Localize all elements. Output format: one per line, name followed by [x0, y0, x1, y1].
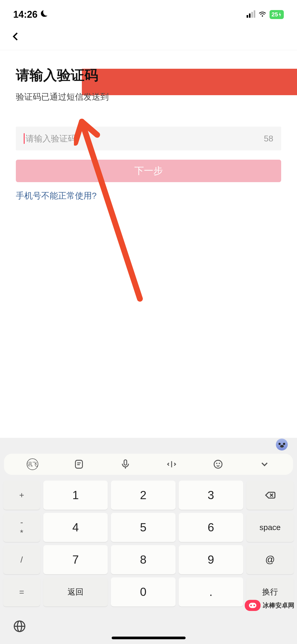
ime-switcher[interactable]: 讯飞 [26, 458, 39, 471]
key-4[interactable]: 4 [43, 513, 108, 542]
keyboard-toolbar: 讯飞 [4, 454, 293, 475]
ime-label: 讯飞 [27, 458, 38, 470]
watermark-badge-icon [245, 600, 261, 611]
key-symbol-slash[interactable]: / [3, 545, 40, 574]
sym: = [19, 587, 24, 597]
key-3[interactable]: 3 [179, 481, 243, 510]
svg-point-7 [216, 463, 217, 464]
sym: - [20, 517, 23, 527]
clipboard-icon[interactable] [73, 458, 85, 471]
key-9[interactable]: 9 [179, 545, 243, 574]
battery-indicator: 25 [270, 10, 284, 19]
next-button[interactable]: 下一步 [16, 160, 281, 182]
cursor-move-icon[interactable] [165, 458, 178, 471]
key-2[interactable]: 2 [111, 481, 175, 510]
verification-code-input[interactable] [26, 134, 264, 144]
wifi-icon [258, 10, 266, 19]
back-button[interactable] [11, 30, 21, 44]
battery-percent: 25 [272, 11, 278, 18]
key-0[interactable]: 0 [111, 577, 175, 606]
key-5[interactable]: 5 [111, 513, 175, 542]
svg-rect-3 [124, 460, 127, 465]
key-symbol-equals[interactable]: = [3, 577, 40, 606]
status-left: 14:26 [13, 9, 48, 20]
emoji-icon[interactable] [212, 458, 224, 471]
page-title: 请输入验证码 [16, 66, 281, 85]
input-cursor [24, 133, 25, 144]
globe-icon[interactable] [13, 620, 26, 634]
nav-bar [0, 24, 297, 50]
page-subtitle: 验证码已通过短信发送到 [16, 91, 281, 103]
key-dot[interactable]: . [179, 577, 243, 606]
key-7[interactable]: 7 [43, 545, 108, 574]
sym: / [21, 555, 23, 565]
key-return[interactable]: 返回 [43, 577, 108, 606]
status-time: 14:26 [13, 9, 37, 20]
svg-point-8 [219, 463, 220, 464]
key-8[interactable]: 8 [111, 545, 175, 574]
collapse-keyboard-icon[interactable] [258, 458, 271, 471]
keyboard: 讯飞 + 1 2 3 - * 4 5 [0, 438, 297, 644]
keypad: + 1 2 3 - * 4 5 6 space / 7 8 9 @ = 返回 0… [0, 477, 297, 610]
watermark-text: 冰棒安卓网 [263, 601, 294, 610]
verification-code-input-box[interactable]: 58 [16, 127, 281, 150]
key-symbol-plus[interactable]: + [3, 481, 40, 510]
cellular-signal-icon [247, 11, 255, 18]
content: 请输入验证码 验证码已通过短信发送到 58 下一步 手机号不能正常使用? [0, 50, 297, 202]
key-backspace[interactable] [246, 481, 294, 510]
status-right: 25 [247, 10, 284, 19]
key-at[interactable]: @ [246, 545, 294, 574]
status-bar: 14:26 25 [0, 0, 297, 24]
microphone-icon[interactable] [119, 458, 132, 471]
keyboard-header [0, 438, 297, 451]
sym: * [20, 528, 23, 538]
key-1[interactable]: 1 [43, 481, 108, 510]
home-indicator[interactable] [112, 637, 186, 639]
do-not-disturb-icon [40, 10, 48, 20]
resend-countdown: 58 [264, 134, 273, 144]
svg-point-6 [214, 460, 222, 468]
key-symbol-minus-star[interactable]: - * [3, 513, 40, 542]
watermark: 冰棒安卓网 [245, 600, 294, 611]
sym: + [19, 490, 24, 500]
keyboard-mascot-icon[interactable] [276, 439, 288, 450]
key-6[interactable]: 6 [179, 513, 243, 542]
key-space[interactable]: space [246, 513, 294, 542]
phone-help-link[interactable]: 手机号不能正常使用? [16, 190, 97, 202]
